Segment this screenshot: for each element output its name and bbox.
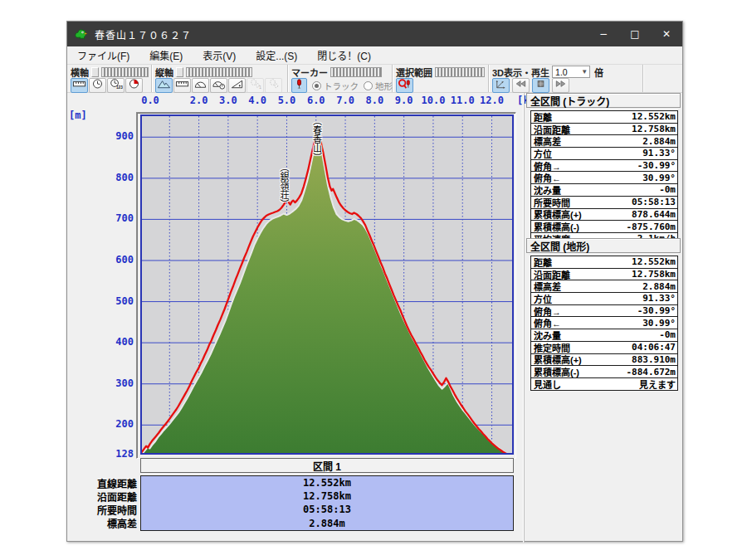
section-labels: 直線距離沿面距離所要時間標高差 bbox=[69, 476, 137, 530]
clock-pie-button[interactable] bbox=[125, 78, 143, 93]
y-tick-label: 800 bbox=[82, 172, 134, 183]
ruler-button[interactable] bbox=[71, 78, 88, 93]
radio-track[interactable]: トラック bbox=[312, 80, 359, 92]
step-forward-button[interactable] bbox=[552, 78, 569, 93]
playback-speed-value: 1.0 bbox=[555, 67, 568, 77]
stat-value: -30.99° bbox=[637, 305, 676, 316]
stat-label: 累積標高(-) bbox=[534, 220, 579, 233]
stat-value: -0m bbox=[659, 329, 676, 340]
playback-speed-select[interactable]: 1.0 ▼ bbox=[552, 66, 590, 78]
stat-value: 30.99° bbox=[642, 318, 676, 329]
stat-label: 方位 bbox=[534, 292, 552, 305]
step-back-button[interactable] bbox=[512, 78, 530, 93]
footprint-1-button[interactable]: 1 bbox=[247, 78, 264, 93]
stat-value: -30.99° bbox=[637, 160, 676, 171]
slope-icon bbox=[230, 78, 244, 93]
menu-item-0[interactable]: ファイル(F) bbox=[67, 48, 139, 62]
gauge-button[interactable] bbox=[192, 78, 209, 93]
stats-panel: 全区間 (トラック) 距離12.552km沿面距離12.758km標高差2.88… bbox=[524, 93, 683, 543]
x-tick-label: 0.0 bbox=[136, 95, 164, 106]
stat-value: -875.760m bbox=[626, 222, 676, 232]
chart-region: [m] [km] （春香山）（銀嶺荘） 区間 1 12.552km12.758k… bbox=[67, 93, 522, 543]
track-stats-table: 距離12.552km沿面距離12.758km標高差2.884m方位91.33°俯… bbox=[530, 110, 678, 246]
elevation-plot[interactable]: （春香山）（銀嶺荘） bbox=[140, 114, 514, 455]
y-tick-label: 128 bbox=[82, 448, 134, 460]
footprint-2-icon bbox=[266, 78, 281, 93]
playback-label: 3D表示・再生 bbox=[492, 66, 549, 79]
x-tick-label: 5.0 bbox=[272, 95, 300, 106]
menu-item-1[interactable]: 編集(E) bbox=[139, 48, 193, 62]
gauge-icon bbox=[193, 78, 208, 93]
table-row: 累積標高(+)883.910m bbox=[531, 353, 677, 366]
y-axis-unit: [m] bbox=[69, 110, 87, 121]
ruler-button[interactable] bbox=[173, 78, 191, 93]
stat-label: 標高差 bbox=[534, 280, 561, 293]
toolbar-group-marker: マーカー トラック地形 bbox=[288, 65, 393, 92]
table-row: 推定時間04:06:47 bbox=[531, 341, 677, 353]
haxis-slider[interactable] bbox=[101, 67, 149, 77]
gauge-clock-button[interactable] bbox=[210, 78, 227, 93]
section-value: 2.884m bbox=[141, 517, 513, 530]
minimize-button[interactable]: − bbox=[588, 22, 619, 46]
ruler-icon bbox=[175, 78, 189, 93]
gauge-clock-icon bbox=[212, 78, 226, 93]
slope-button[interactable] bbox=[228, 78, 246, 93]
mountain-button[interactable] bbox=[155, 78, 173, 93]
stat-value: 12.758km bbox=[632, 124, 676, 134]
content-area: [m] [km] （春香山）（銀嶺荘） 区間 1 12.552km12.758k… bbox=[67, 93, 682, 543]
menu-item-2[interactable]: 表示(V) bbox=[193, 48, 246, 62]
vaxis-slider[interactable] bbox=[186, 67, 252, 77]
stat-label: 沿面距離 bbox=[534, 268, 570, 281]
stat-label: 俯角← bbox=[534, 171, 561, 184]
stat-label: 推定時間 bbox=[534, 341, 570, 354]
table-row: 沈み量-0m bbox=[531, 329, 677, 341]
table-row: 標高差2.884m bbox=[531, 134, 677, 147]
x-tick-label: 3.0 bbox=[214, 95, 242, 106]
vaxis-label: 縦軸 bbox=[155, 66, 173, 79]
menu-item-3[interactable]: 設定...(S) bbox=[246, 48, 307, 62]
walk-3d-button[interactable] bbox=[492, 78, 510, 93]
stat-label: 標高差 bbox=[534, 134, 561, 148]
terrain-stats-table: 距離12.552km沿面距離12.758km標高差2.884m方位91.33°俯… bbox=[530, 256, 678, 391]
stat-label: 距離 bbox=[534, 256, 552, 269]
table-row: 沿面距離12.758km bbox=[531, 268, 677, 280]
section-value: 12.552km bbox=[141, 476, 513, 489]
maximize-button[interactable]: □ bbox=[619, 22, 651, 46]
stop-button[interactable] bbox=[532, 78, 549, 93]
table-row: 方位91.33° bbox=[531, 292, 677, 304]
clock-button[interactable] bbox=[89, 78, 106, 93]
table-row: 方位91.33° bbox=[531, 147, 677, 159]
vaxis-slider-handle[interactable] bbox=[176, 67, 183, 77]
section-value: 12.758km bbox=[141, 489, 513, 503]
stat-value: 見えます bbox=[639, 377, 676, 391]
clock-123-button[interactable]: 123 bbox=[107, 78, 124, 93]
stat-value: 12.552km bbox=[632, 256, 676, 267]
y-tick-label: 200 bbox=[82, 418, 134, 430]
menu-item-4[interactable]: 閉じる！(C) bbox=[307, 48, 381, 62]
stat-label: 方位 bbox=[534, 147, 552, 160]
walk-3d-icon bbox=[494, 78, 508, 93]
section-label: 所要時間 bbox=[69, 503, 137, 516]
marker-slider[interactable] bbox=[330, 67, 382, 77]
table-row: 累積標高(+)878.644m bbox=[531, 208, 677, 221]
selection-slider[interactable] bbox=[435, 67, 485, 77]
stat-value: 883.910m bbox=[632, 354, 676, 365]
footprint-2-button[interactable] bbox=[265, 78, 282, 93]
close-button[interactable]: ✕ bbox=[651, 22, 682, 46]
track-stats-header: 全区間 (トラック) bbox=[526, 93, 681, 108]
stat-value: 04:06:47 bbox=[632, 342, 676, 353]
stat-label: 累積標高(-) bbox=[534, 365, 579, 378]
haxis-slider-handle[interactable] bbox=[91, 67, 99, 77]
marker-pin-button[interactable] bbox=[291, 78, 307, 93]
y-tick-label: 300 bbox=[82, 377, 134, 389]
radio-terrain[interactable]: 地形 bbox=[364, 80, 393, 92]
step-forward-icon bbox=[554, 78, 568, 93]
stat-value: 30.99° bbox=[642, 173, 676, 183]
stat-label: 累積標高(+) bbox=[534, 207, 582, 221]
y-tick-label: 400 bbox=[82, 336, 134, 348]
section-label: 沿面距離 bbox=[69, 489, 137, 503]
mountain-icon bbox=[157, 78, 171, 93]
radio-circle-icon bbox=[364, 81, 373, 90]
stat-label: 沈み量 bbox=[534, 183, 561, 197]
selection-pin-button[interactable] bbox=[396, 78, 413, 93]
